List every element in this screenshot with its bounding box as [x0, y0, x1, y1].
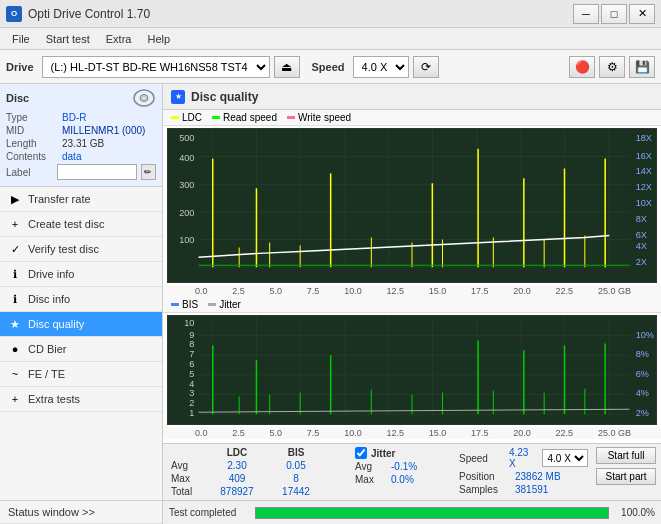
jitter-avg: -0.1% — [391, 461, 417, 472]
extra-tests-icon: + — [8, 392, 22, 406]
status-window-button[interactable]: Status window >> — [0, 501, 162, 524]
svg-text:8X: 8X — [636, 214, 647, 224]
svg-text:300: 300 — [179, 180, 194, 190]
jitter-avg-label: Avg — [355, 461, 387, 472]
disc-quality-header: ★ Disc quality — [163, 84, 661, 110]
content-area: ★ Disc quality LDC Read speed Write spee… — [163, 84, 661, 524]
speed-select[interactable]: 4.0 X — [353, 56, 409, 78]
write-speed-legend-label: Write speed — [298, 112, 351, 123]
svg-text:10X: 10X — [636, 198, 652, 208]
jitter-max: 0.0% — [391, 474, 414, 485]
disc-info-icon: ℹ — [8, 292, 22, 306]
total-bis: 17442 — [271, 486, 321, 497]
start-part-button[interactable]: Start part — [596, 468, 655, 485]
maximize-button[interactable]: □ — [601, 4, 627, 24]
read-speed-legend: Read speed — [212, 112, 277, 123]
minimize-button[interactable]: ─ — [573, 4, 599, 24]
jitter-checkbox[interactable] — [355, 447, 367, 459]
title-bar: O Opti Drive Control 1.70 ─ □ ✕ — [0, 0, 661, 28]
svg-text:6X: 6X — [636, 230, 647, 240]
svg-text:100: 100 — [179, 236, 194, 246]
mid-label: MID — [6, 125, 62, 136]
sidebar-item-disc-quality[interactable]: ★ Disc quality — [0, 312, 162, 337]
svg-text:10: 10 — [184, 318, 194, 328]
svg-text:16X: 16X — [636, 151, 652, 161]
drive-select[interactable]: (L:) HL-DT-ST BD-RE WH16NS58 TST4 — [42, 56, 270, 78]
samples-label: Samples — [459, 484, 511, 495]
burn-button[interactable]: 🔴 — [569, 56, 595, 78]
mid-value: MILLENMR1 (000) — [62, 125, 145, 136]
svg-text:2: 2 — [189, 398, 194, 408]
label-edit-button[interactable]: ✏ — [141, 164, 156, 180]
read-speed-legend-label: Read speed — [223, 112, 277, 123]
ldc-legend-dot — [171, 116, 179, 119]
svg-text:2X: 2X — [636, 257, 647, 267]
drive-info-icon: ℹ — [8, 267, 22, 281]
type-value: BD-R — [62, 112, 86, 123]
chart2-legend: BIS Jitter — [163, 297, 661, 313]
drive-label: Drive — [6, 61, 34, 73]
svg-text:7: 7 — [189, 349, 194, 359]
app-title: Opti Drive Control 1.70 — [28, 7, 150, 21]
charts-container: LDC Read speed Write speed — [163, 110, 661, 443]
eject-button[interactable]: ⏏ — [274, 56, 300, 78]
fe-te-icon: ~ — [8, 367, 22, 381]
sidebar-item-fe-te[interactable]: ~ FE / TE — [0, 362, 162, 387]
svg-text:5: 5 — [189, 369, 194, 379]
sidebar-item-transfer-rate[interactable]: ▶ Transfer rate — [0, 187, 162, 212]
type-label: Type — [6, 112, 62, 123]
sidebar-item-disc-info[interactable]: ℹ Disc info — [0, 287, 162, 312]
write-speed-legend: Write speed — [287, 112, 351, 123]
svg-text:1: 1 — [189, 408, 194, 418]
svg-text:200: 200 — [179, 208, 194, 218]
svg-text:500: 500 — [179, 133, 194, 143]
sidebar-item-drive-info[interactable]: ℹ Drive info — [0, 262, 162, 287]
bis-legend: BIS — [171, 299, 198, 310]
toolbar: Drive (L:) HL-DT-ST BD-RE WH16NS58 TST4 … — [0, 50, 661, 84]
sidebar-item-cd-bier[interactable]: ● CD Bier — [0, 337, 162, 362]
close-button[interactable]: ✕ — [629, 4, 655, 24]
sidebar: Disc Type BD-R MID MILLENMR1 (000) Leng — [0, 84, 163, 524]
disc-icon — [132, 88, 156, 108]
menu-start-test[interactable]: Start test — [38, 31, 98, 47]
save-button[interactable]: 💾 — [629, 56, 655, 78]
total-ldc: 878927 — [207, 486, 267, 497]
position-label: Position — [459, 471, 511, 482]
sidebar-item-extra-tests[interactable]: + Extra tests — [0, 387, 162, 412]
progress-bar — [255, 507, 609, 519]
bis-legend-dot — [171, 303, 179, 306]
refresh-button[interactable]: ⟳ — [413, 56, 439, 78]
max-ldc: 409 — [207, 473, 267, 484]
disc-section: Disc Type BD-R MID MILLENMR1 (000) Leng — [0, 84, 162, 187]
sidebar-item-verify-test-disc[interactable]: ✓ Verify test disc — [0, 237, 162, 262]
settings-button[interactable]: ⚙ — [599, 56, 625, 78]
menu-file[interactable]: File — [4, 31, 38, 47]
menu-extra[interactable]: Extra — [98, 31, 140, 47]
position-value: 23862 MB — [515, 471, 561, 482]
nav-items: ▶ Transfer rate + Create test disc ✓ Ver… — [0, 187, 162, 500]
menu-help[interactable]: Help — [139, 31, 178, 47]
jitter-label: Jitter — [371, 448, 395, 459]
chart2-x-labels: 0.0 2.5 5.0 7.5 10.0 12.5 15.0 17.5 20.0… — [163, 427, 661, 439]
disc-quality-title: Disc quality — [191, 90, 258, 104]
menu-bar: File Start test Extra Help — [0, 28, 661, 50]
max-label: Max — [171, 473, 203, 484]
speed-position-stats: Speed 4.23 X 4.0 X Position 23862 MB Sam… — [459, 447, 588, 495]
samples-value: 381591 — [515, 484, 548, 495]
status-section: Status window >> — [0, 500, 162, 524]
svg-text:14X: 14X — [636, 167, 652, 177]
svg-text:4: 4 — [189, 379, 194, 389]
contents-value: data — [62, 151, 81, 162]
sidebar-item-create-test-disc[interactable]: + Create test disc — [0, 212, 162, 237]
label-input[interactable] — [57, 164, 137, 180]
avg-ldc: 2.30 — [207, 460, 267, 471]
stats-bar: LDC BIS Avg 2.30 0.05 Max 409 8 Total 87… — [163, 443, 661, 500]
read-speed-legend-dot — [212, 116, 220, 119]
start-full-button[interactable]: Start full — [596, 447, 655, 464]
svg-text:8: 8 — [189, 340, 194, 350]
svg-text:18X: 18X — [636, 133, 652, 143]
length-value: 23.31 GB — [62, 138, 104, 149]
verify-test-disc-icon: ✓ — [8, 242, 22, 256]
speed-stat-select[interactable]: 4.0 X — [542, 449, 588, 467]
speed-stat-label: Speed — [459, 453, 505, 464]
